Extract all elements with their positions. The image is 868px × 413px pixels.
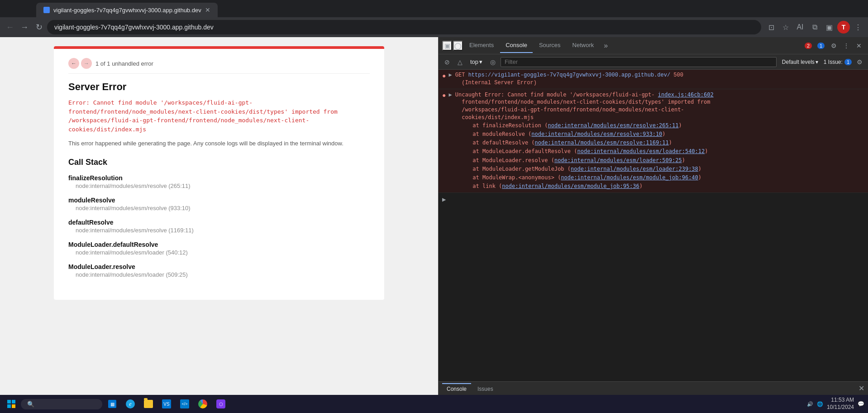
stack-item-3: ModuleLoader.defaultResolve node:interna… — [68, 241, 370, 256]
forward-button[interactable]: → — [18, 21, 31, 34]
vscode-icon: </> — [180, 399, 189, 408]
issue-badge-count: 1 — [844, 59, 852, 65]
stack-fn: finalizeResolution — [68, 174, 370, 182]
main-area: ← → 1 of 1 unhandled error Server Error … — [0, 37, 868, 395]
stack-item-4: ModuleLoader.resolve node:internal/modul… — [68, 263, 370, 278]
stack-link-3[interactable]: node:internal/modules/esm/resolve:1169:1… — [535, 139, 669, 146]
windows-icon — [7, 400, 15, 408]
stack-link-6[interactable]: node:internal/modules/esm/loader:239:38 — [571, 166, 698, 172]
address-input[interactable] — [47, 20, 761, 34]
error-card-header: ← → 1 of 1 unhandled error — [68, 58, 370, 74]
taskbar-folder-button[interactable] — [140, 396, 157, 412]
devtools-settings-icon[interactable]: ⚙ — [828, 40, 839, 51]
console-text-1: ▶ GET https://vigilant-goggles-7v7qq4g7g… — [448, 72, 864, 87]
reload-button[interactable]: ↻ — [33, 21, 45, 34]
devtools-tab-icons: 2 1 ⚙ ⋮ ✕ — [803, 40, 864, 51]
profile-button[interactable]: T — [837, 21, 850, 34]
taskbar-chrome-button[interactable] — [195, 396, 211, 412]
ie-icon: e — [126, 399, 135, 408]
vs-icon: VS — [162, 399, 171, 408]
taskbar-time: 11:53 AM — [827, 397, 854, 404]
warning-badge-container: 1 — [816, 40, 826, 51]
filter-icon[interactable]: △ — [455, 57, 465, 67]
window-button[interactable]: ▣ — [823, 21, 835, 34]
levels-selector[interactable]: Default levels ▾ — [779, 58, 821, 66]
taskbar-clock[interactable]: 11:53 AM 10/11/2024 — [827, 397, 854, 411]
devtools-toolbar: ⊘ △ top ▾ ◎ Default levels ▾ 1 Issue: 1 … — [439, 54, 868, 70]
stack-loc: node:internal/modules/esm/resolve (1169:… — [68, 227, 370, 234]
stack-trace: at finalizeResolution (node:internal/mod… — [448, 121, 864, 191]
error-card: ← → 1 of 1 unhandled error Server Error … — [54, 46, 384, 300]
devtools-console[interactable]: ● ▶ GET https://vigilant-goggles-7v7qq4g… — [439, 70, 868, 381]
start-button[interactable] — [4, 398, 19, 410]
taskbar-hex-button[interactable]: ⬡ — [213, 396, 229, 412]
expand-arrow-1[interactable]: ▶ — [448, 72, 452, 78]
error-next-button[interactable]: → — [81, 58, 92, 69]
stack-item-2: defaultResolve node:internal/modules/esm… — [68, 219, 370, 234]
devtools-more-icon[interactable]: ⋮ — [841, 40, 852, 51]
stack-link-7[interactable]: node:internal/modules/esm/module_job:96:… — [561, 174, 698, 181]
stack-link-2[interactable]: node:internal/modules/esm/resolve:933:10 — [531, 131, 662, 137]
error-badge-container: 2 — [803, 40, 814, 51]
devtools-close-icon[interactable]: ✕ — [854, 40, 864, 51]
stack-fn: ModuleLoader.defaultResolve — [68, 241, 370, 248]
expand-icon[interactable]: ▶ — [442, 196, 446, 203]
taskbar-search[interactable] — [21, 399, 102, 409]
page-area: ← → 1 of 1 unhandled error Server Error … — [0, 37, 438, 395]
error-prev-button[interactable]: ← — [68, 58, 79, 69]
devtools-device-button[interactable]: ◯ — [453, 41, 463, 51]
tab-console[interactable]: Console — [500, 38, 533, 53]
taskbar-ie-button[interactable]: e — [122, 396, 138, 412]
cast-button[interactable]: ⊡ — [765, 21, 777, 34]
stack-link-5[interactable]: node:internal/modules/esm/loader:509:25 — [554, 157, 682, 163]
extensions-button[interactable]: ⧉ — [808, 21, 821, 34]
menu-button[interactable]: ⋮ — [852, 21, 864, 34]
stack-loc: node:internal/modules/esm/loader (540:12… — [68, 249, 370, 256]
taskbar-vscode-button[interactable]: </> — [176, 396, 193, 412]
browser-tab[interactable]: vigilant-goggles-7v7qq4g7gvwhxvvj-3000.a… — [36, 3, 218, 17]
hex-icon: ⬡ — [216, 399, 225, 408]
taskbar-date: 10/11/2024 — [827, 404, 854, 411]
ai-button[interactable]: AI — [794, 21, 806, 34]
stack-fn: moduleResolve — [68, 197, 370, 204]
bookmark-button[interactable]: ☆ — [779, 21, 792, 34]
stack-item-0: finalizeResolution node:internal/modules… — [68, 174, 370, 189]
top-selector[interactable]: top ▾ — [467, 58, 485, 66]
bottom-tab-console[interactable]: Console — [442, 383, 471, 394]
stack-link-8[interactable]: node:internal/modules/esm/module_job:95:… — [502, 183, 639, 189]
taskbar-vs-button[interactable]: VS — [158, 396, 175, 412]
taskbar-network-icon[interactable]: 🌐 — [817, 401, 823, 407]
error-icon-1: ● — [442, 72, 446, 80]
taskbar-notification-icon[interactable]: 💬 — [858, 401, 864, 407]
tab-close-button[interactable]: ✕ — [205, 6, 210, 14]
tab-sources[interactable]: Sources — [534, 38, 566, 53]
filter-input[interactable] — [501, 57, 777, 67]
expand-arrow-2[interactable]: ▶ — [448, 91, 452, 98]
toolbar-icons: ⊡ ☆ AI ⧉ ▣ T ⋮ — [765, 21, 864, 34]
error-badge: 2 — [805, 43, 812, 49]
folder-icon — [144, 400, 153, 408]
issue-label: 1 Issue: — [824, 59, 843, 65]
back-button[interactable]: ← — [4, 21, 16, 34]
stack-loc: node:internal/modules/esm/resolve (265:1… — [68, 182, 370, 189]
devtools-inspect-button[interactable]: ▣ — [442, 41, 452, 51]
server-error-title: Server Error — [68, 81, 370, 93]
stack-link-4[interactable]: node:internal/modules/esm/loader:540:12 — [577, 148, 705, 154]
devtools-settings-toolbar-icon[interactable]: ⚙ — [854, 57, 864, 67]
tab-elements[interactable]: Elements — [464, 38, 499, 53]
stack-link-1[interactable]: node:internal/modules/esm/resolve:265:11 — [548, 122, 678, 129]
expand-entry[interactable]: ▶ — [439, 193, 868, 206]
eyedropper-icon[interactable]: ◎ — [488, 57, 498, 67]
console-url-link[interactable]: https://vigilant-goggles-7v7qq4g7gvwhxvv… — [468, 72, 670, 78]
taskbar-view-button[interactable]: ▦ — [104, 396, 120, 412]
stack-item-1: moduleResolve node:internal/modules/esm/… — [68, 197, 370, 211]
tab-network[interactable]: Network — [567, 38, 600, 53]
devtools-more-tabs[interactable]: » — [600, 40, 611, 52]
clear-console-icon[interactable]: ⊘ — [442, 57, 452, 67]
stack-fn: ModuleLoader.resolve — [68, 263, 370, 270]
console-file-link[interactable]: index.js:46cb:602 — [658, 91, 714, 98]
taskbar-volume-icon[interactable]: 🔊 — [807, 401, 813, 407]
bottom-tab-issues[interactable]: Issues — [473, 383, 498, 394]
tab-bar: vigilant-goggles-7v7qq4g7gvwhxvvj-3000.a… — [0, 0, 868, 17]
devtools-bottom-close[interactable]: ✕ — [858, 384, 864, 393]
